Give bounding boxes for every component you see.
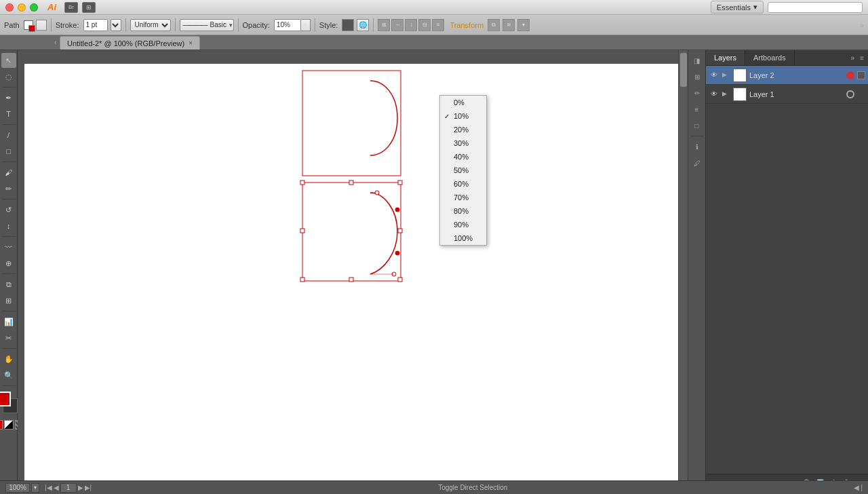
layer-2-visibility-icon[interactable]: 👁 — [709, 70, 719, 81]
warp-tool[interactable]: 〰 — [1, 240, 16, 254]
workspace-icon[interactable]: ⊞ — [82, 2, 96, 13]
appearance-panel-icon[interactable]: 🖊 — [690, 155, 705, 170]
panel-expand-icon[interactable]: » — [850, 53, 856, 63]
opacity-option-70[interactable]: 70% — [440, 191, 486, 204]
left-toolbar: ↖ ◌ ✒ T / □ 🖌 ✏ ↺ ↕ 〰 ⊕ ⧉ ⊞ 📊 ✂ ✋ 🔍 — [0, 50, 18, 493]
rect-tool[interactable]: □ — [1, 144, 16, 159]
line-tool[interactable]: / — [1, 128, 16, 142]
opacity-option-0[interactable]: 0% — [440, 96, 486, 109]
panel-menu-icon[interactable]: ≡ — [859, 53, 865, 63]
line-style-selector[interactable]: ———— Basic ▾ — [180, 19, 234, 31]
canvas-area[interactable]: 0% ✓ 10% 20% 30% 40% 50% 60% 70% — [18, 50, 688, 493]
chart-tool[interactable]: 📊 — [1, 314, 16, 329]
opacity-dropdown-btn[interactable]: ▾ — [301, 19, 311, 31]
opacity-0-label: 0% — [454, 98, 465, 107]
align-icon-3[interactable]: ↕ — [405, 19, 417, 31]
slice-tool[interactable]: ✂ — [1, 330, 16, 345]
tab-close-button[interactable]: × — [189, 39, 193, 47]
layer-2-lock-icon[interactable] — [857, 71, 865, 79]
scroll-thumb[interactable] — [680, 53, 687, 87]
free-transform-tool[interactable]: ⧉ — [1, 277, 16, 292]
stroke-caps-select[interactable]: — — [111, 19, 121, 31]
align-more-icon[interactable]: ≋ — [502, 19, 515, 31]
last-artboard-icon[interactable]: ▶| — [85, 484, 92, 491]
symbols-panel-icon[interactable]: ≡ — [690, 102, 705, 117]
bottom-arrow-icon[interactable]: ◀ — [854, 484, 859, 491]
opacity-dropdown[interactable]: 0% ✓ 10% 20% 30% 40% 50% 60% 70% — [439, 95, 487, 246]
swatches-panel-icon[interactable]: ⊞ — [690, 69, 705, 84]
brushes-panel-icon[interactable]: ✏ — [690, 86, 705, 100]
shape-builder-tool[interactable]: ⊞ — [1, 293, 16, 308]
opacity-option-10[interactable]: ✓ 10% — [440, 109, 486, 123]
type-tool[interactable]: T — [1, 107, 16, 121]
transform-button[interactable]: Transform — [450, 21, 484, 29]
graphic-styles-icon[interactable]: □ — [690, 118, 705, 133]
opacity-option-80[interactable]: 80% — [440, 204, 486, 218]
zoom-control[interactable]: ▾ — [5, 483, 39, 493]
rotate-tool[interactable]: ↺ — [1, 202, 16, 217]
opacity-option-90[interactable]: 90% — [440, 218, 486, 231]
color-mode-gradient[interactable] — [4, 420, 14, 430]
info-panel-icon[interactable]: ℹ — [690, 139, 705, 154]
layer-2-expand-icon[interactable]: ▶ — [722, 71, 730, 79]
width-tool[interactable]: ⊕ — [1, 256, 16, 271]
opacity-option-50[interactable]: 50% — [440, 164, 486, 177]
zoom-tool[interactable]: 🔍 — [1, 368, 16, 383]
opacity-option-60[interactable]: 60% — [440, 177, 486, 191]
zoom-dropdown-icon[interactable]: ▾ — [31, 483, 39, 493]
zoom-input[interactable] — [5, 483, 30, 493]
stroke-icon[interactable]: □ — [36, 20, 47, 31]
maximize-button[interactable] — [30, 3, 38, 12]
artboards-tab[interactable]: Artboards — [745, 50, 795, 65]
opacity-option-20[interactable]: 20% — [440, 123, 486, 136]
opacity-option-30[interactable]: 30% — [440, 136, 486, 150]
opacity-option-100[interactable]: 100% — [440, 231, 486, 245]
layer-1-expand-icon[interactable]: ▶ — [722, 90, 730, 98]
align-chevron-icon[interactable]: ▾ — [517, 19, 530, 31]
align-icon-5[interactable]: ≡ — [432, 19, 444, 31]
search-input[interactable] — [768, 2, 863, 13]
paintbrush-tool[interactable]: 🖌 — [1, 165, 16, 180]
stroke-align-select[interactable]: Uniform — [130, 19, 171, 31]
selection-tool[interactable]: ↖ — [1, 53, 16, 68]
layer-item-2[interactable]: 👁 ▶ Layer 2 — [706, 66, 868, 85]
vertical-scrollbar[interactable] — [678, 50, 688, 493]
tab-arrow-left[interactable]: ‹ — [54, 39, 60, 46]
close-button[interactable] — [5, 3, 14, 12]
style-swatch[interactable] — [342, 19, 354, 31]
prev-artboard-icon[interactable]: ◀ — [54, 484, 59, 491]
layer-item-1[interactable]: 👁 ▶ Layer 1 — [706, 85, 868, 104]
stroke-color-fg[interactable] — [24, 20, 33, 30]
opacity-input[interactable] — [274, 19, 301, 31]
first-artboard-icon[interactable]: |◀ — [45, 484, 52, 491]
essentials-button[interactable]: Essentials ▾ — [711, 1, 764, 14]
toolbar-overflow-icon[interactable]: » — [860, 21, 864, 29]
pen-tool[interactable]: ✒ — [1, 90, 16, 105]
layers-tab[interactable]: Layers — [706, 50, 745, 65]
document-tab[interactable]: Untitled-2* @ 100% (RGB/Preview) × — [60, 36, 200, 50]
minimize-button[interactable] — [18, 3, 26, 12]
scale-tool[interactable]: ↕ — [1, 218, 16, 233]
artboard-number-input[interactable] — [60, 483, 77, 493]
active-fill-swatch[interactable] — [0, 392, 11, 406]
align-icon-2[interactable]: ↔ — [391, 19, 403, 31]
canvas-background — [24, 64, 681, 486]
svg-rect-3 — [349, 180, 353, 185]
hand-tool[interactable]: ✋ — [1, 352, 16, 366]
bridge-icon[interactable]: Br — [64, 2, 78, 13]
pencil-tool[interactable]: ✏ — [1, 181, 16, 196]
opacity-control[interactable]: ▾ — [274, 19, 311, 31]
layer-1-visibility-icon[interactable]: 👁 — [709, 89, 719, 100]
color-mode-color[interactable] — [0, 420, 3, 430]
align-icon-1[interactable]: ⊞ — [378, 19, 390, 31]
tab-bar: ‹ Untitled-2* @ 100% (RGB/Preview) × — [0, 35, 868, 50]
transform-icons: ⊞ ↔ ↕ ⊟ ≡ — [378, 19, 444, 31]
stroke-weight-input[interactable] — [83, 19, 108, 31]
transform-icon[interactable]: ⧉ — [488, 19, 500, 31]
next-artboard-icon[interactable]: ▶ — [78, 484, 83, 491]
align-icon-4[interactable]: ⊟ — [418, 19, 431, 31]
color-panel-icon[interactable]: ◨ — [690, 53, 705, 68]
opacity-option-40[interactable]: 40% — [440, 150, 486, 164]
style-icon[interactable]: 🌐 — [357, 19, 369, 31]
direct-selection-tool[interactable]: ◌ — [1, 69, 16, 84]
